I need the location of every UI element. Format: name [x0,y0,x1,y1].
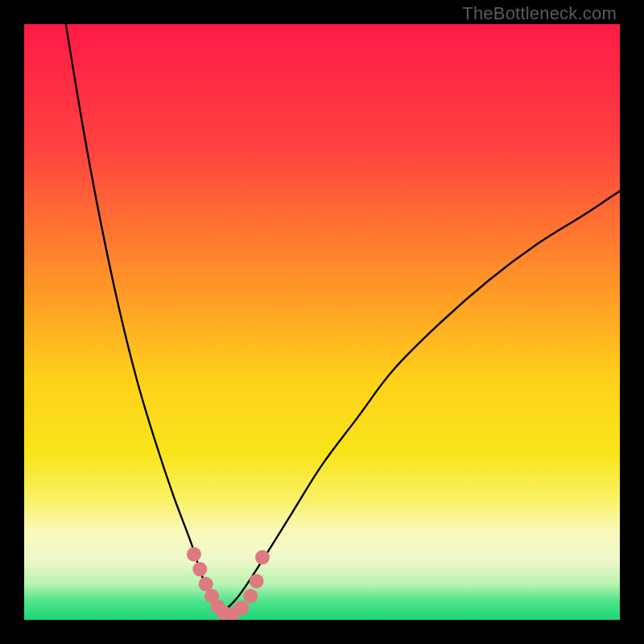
gradient-background [24,24,620,620]
chart-canvas: TheBottleneck.com [0,0,644,644]
svg-rect-0 [24,24,620,620]
watermark-text: TheBottleneck.com [462,3,617,24]
plot-area [24,24,620,620]
